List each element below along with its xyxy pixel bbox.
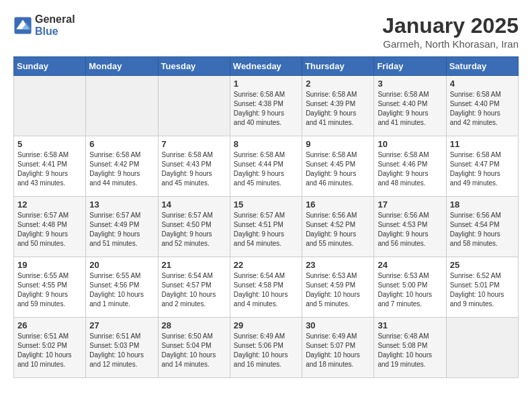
calendar-cell: 7Sunrise: 6:58 AM Sunset: 4:43 PM Daylig… xyxy=(158,136,230,197)
day-number: 13 xyxy=(89,199,154,210)
day-number: 11 xyxy=(450,139,515,149)
header-cell-saturday: Saturday xyxy=(446,57,518,76)
calendar-cell: 24Sunrise: 6:53 AM Sunset: 5:00 PM Dayli… xyxy=(374,257,446,318)
calendar-cell: 12Sunrise: 6:57 AM Sunset: 4:48 PM Dayli… xyxy=(14,197,86,257)
day-number: 8 xyxy=(234,139,298,149)
day-info: Sunrise: 6:56 AM Sunset: 4:54 PM Dayligh… xyxy=(450,211,515,248)
header-cell-friday: Friday xyxy=(374,57,446,76)
logo-text: General Blue xyxy=(35,13,75,38)
calendar-cell: 9Sunrise: 6:58 AM Sunset: 4:45 PM Daylig… xyxy=(302,136,374,197)
calendar-cell xyxy=(86,76,158,136)
logo: General Blue xyxy=(13,13,75,38)
day-number: 24 xyxy=(378,260,442,270)
day-info: Sunrise: 6:57 AM Sunset: 4:50 PM Dayligh… xyxy=(162,211,226,248)
day-number: 14 xyxy=(162,199,226,210)
calendar-cell: 22Sunrise: 6:54 AM Sunset: 4:58 PM Dayli… xyxy=(230,257,302,318)
day-number: 18 xyxy=(450,199,515,210)
calendar-cell: 3Sunrise: 6:58 AM Sunset: 4:40 PM Daylig… xyxy=(374,76,446,136)
calendar-cell xyxy=(446,318,518,378)
day-number: 1 xyxy=(234,79,298,89)
day-info: Sunrise: 6:58 AM Sunset: 4:39 PM Dayligh… xyxy=(306,90,370,128)
calendar-header-row: SundayMondayTuesdayWednesdayThursdayFrid… xyxy=(14,57,519,76)
day-info: Sunrise: 6:58 AM Sunset: 4:38 PM Dayligh… xyxy=(234,90,298,128)
calendar-cell: 30Sunrise: 6:49 AM Sunset: 5:07 PM Dayli… xyxy=(302,318,374,378)
calendar-cell: 13Sunrise: 6:57 AM Sunset: 4:49 PM Dayli… xyxy=(86,197,158,257)
calendar-cell: 26Sunrise: 6:51 AM Sunset: 5:02 PM Dayli… xyxy=(14,318,86,378)
day-number: 21 xyxy=(162,260,226,270)
day-info: Sunrise: 6:58 AM Sunset: 4:42 PM Dayligh… xyxy=(89,150,154,188)
header-cell-thursday: Thursday xyxy=(302,57,374,76)
calendar-cell: 10Sunrise: 6:58 AM Sunset: 4:46 PM Dayli… xyxy=(374,136,446,197)
day-info: Sunrise: 6:58 AM Sunset: 4:41 PM Dayligh… xyxy=(17,150,82,188)
calendar-cell: 17Sunrise: 6:56 AM Sunset: 4:53 PM Dayli… xyxy=(374,197,446,257)
day-number: 20 xyxy=(89,260,154,270)
day-info: Sunrise: 6:53 AM Sunset: 4:59 PM Dayligh… xyxy=(306,271,370,309)
calendar-week-row: 26Sunrise: 6:51 AM Sunset: 5:02 PM Dayli… xyxy=(14,318,519,378)
day-info: Sunrise: 6:51 AM Sunset: 5:03 PM Dayligh… xyxy=(89,332,154,369)
day-info: Sunrise: 6:57 AM Sunset: 4:49 PM Dayligh… xyxy=(89,211,154,248)
logo-icon xyxy=(13,16,32,35)
calendar-cell xyxy=(14,76,86,136)
header-cell-tuesday: Tuesday xyxy=(158,57,230,76)
calendar-title: January 2025 xyxy=(382,13,519,38)
day-info: Sunrise: 6:51 AM Sunset: 5:02 PM Dayligh… xyxy=(17,332,82,369)
calendar-cell: 19Sunrise: 6:55 AM Sunset: 4:55 PM Dayli… xyxy=(14,257,86,318)
calendar-table: SundayMondayTuesdayWednesdayThursdayFrid… xyxy=(13,56,519,378)
day-number: 7 xyxy=(162,139,226,149)
calendar-week-row: 12Sunrise: 6:57 AM Sunset: 4:48 PM Dayli… xyxy=(14,197,519,257)
day-number: 22 xyxy=(234,260,298,270)
day-number: 26 xyxy=(17,320,82,330)
calendar-cell: 31Sunrise: 6:48 AM Sunset: 5:08 PM Dayli… xyxy=(374,318,446,378)
calendar-cell: 11Sunrise: 6:58 AM Sunset: 4:47 PM Dayli… xyxy=(446,136,518,197)
day-info: Sunrise: 6:49 AM Sunset: 5:06 PM Dayligh… xyxy=(234,332,298,369)
calendar-cell: 21Sunrise: 6:54 AM Sunset: 4:57 PM Dayli… xyxy=(158,257,230,318)
day-info: Sunrise: 6:53 AM Sunset: 5:00 PM Dayligh… xyxy=(378,271,442,309)
day-info: Sunrise: 6:58 AM Sunset: 4:45 PM Dayligh… xyxy=(306,150,370,188)
day-info: Sunrise: 6:54 AM Sunset: 4:57 PM Dayligh… xyxy=(162,271,226,309)
day-info: Sunrise: 6:58 AM Sunset: 4:46 PM Dayligh… xyxy=(378,150,442,188)
day-number: 29 xyxy=(234,320,298,330)
day-info: Sunrise: 6:50 AM Sunset: 5:04 PM Dayligh… xyxy=(162,332,226,369)
calendar-week-row: 19Sunrise: 6:55 AM Sunset: 4:55 PM Dayli… xyxy=(14,257,519,318)
day-number: 4 xyxy=(450,79,515,89)
day-info: Sunrise: 6:49 AM Sunset: 5:07 PM Dayligh… xyxy=(306,332,370,369)
day-number: 25 xyxy=(450,260,515,270)
day-info: Sunrise: 6:58 AM Sunset: 4:43 PM Dayligh… xyxy=(162,150,226,188)
day-info: Sunrise: 6:58 AM Sunset: 4:40 PM Dayligh… xyxy=(450,90,515,128)
header-cell-monday: Monday xyxy=(86,57,158,76)
day-info: Sunrise: 6:57 AM Sunset: 4:51 PM Dayligh… xyxy=(234,211,298,248)
day-info: Sunrise: 6:48 AM Sunset: 5:08 PM Dayligh… xyxy=(378,332,442,369)
day-info: Sunrise: 6:54 AM Sunset: 4:58 PM Dayligh… xyxy=(234,271,298,309)
calendar-cell: 14Sunrise: 6:57 AM Sunset: 4:50 PM Dayli… xyxy=(158,197,230,257)
day-number: 15 xyxy=(234,199,298,210)
day-number: 31 xyxy=(378,320,442,330)
header-cell-wednesday: Wednesday xyxy=(230,57,302,76)
day-info: Sunrise: 6:56 AM Sunset: 4:53 PM Dayligh… xyxy=(378,211,442,248)
calendar-cell: 2Sunrise: 6:58 AM Sunset: 4:39 PM Daylig… xyxy=(302,76,374,136)
day-number: 6 xyxy=(89,139,154,149)
day-info: Sunrise: 6:56 AM Sunset: 4:52 PM Dayligh… xyxy=(306,211,370,248)
page-header: General Blue January 2025 Garmeh, North … xyxy=(13,13,519,50)
calendar-cell: 25Sunrise: 6:52 AM Sunset: 5:01 PM Dayli… xyxy=(446,257,518,318)
title-block: January 2025 Garmeh, North Khorasan, Ira… xyxy=(382,13,519,50)
day-number: 2 xyxy=(306,79,370,89)
day-info: Sunrise: 6:58 AM Sunset: 4:40 PM Dayligh… xyxy=(378,90,442,128)
day-number: 30 xyxy=(306,320,370,330)
day-info: Sunrise: 6:55 AM Sunset: 4:55 PM Dayligh… xyxy=(17,271,82,309)
day-number: 19 xyxy=(17,260,82,270)
day-number: 9 xyxy=(306,139,370,149)
calendar-cell: 29Sunrise: 6:49 AM Sunset: 5:06 PM Dayli… xyxy=(230,318,302,378)
calendar-cell: 18Sunrise: 6:56 AM Sunset: 4:54 PM Dayli… xyxy=(446,197,518,257)
calendar-body: 1Sunrise: 6:58 AM Sunset: 4:38 PM Daylig… xyxy=(14,76,519,378)
day-info: Sunrise: 6:52 AM Sunset: 5:01 PM Dayligh… xyxy=(450,271,515,309)
day-number: 16 xyxy=(306,199,370,210)
calendar-cell: 1Sunrise: 6:58 AM Sunset: 4:38 PM Daylig… xyxy=(230,76,302,136)
calendar-cell: 4Sunrise: 6:58 AM Sunset: 4:40 PM Daylig… xyxy=(446,76,518,136)
day-info: Sunrise: 6:57 AM Sunset: 4:48 PM Dayligh… xyxy=(17,211,82,248)
day-number: 5 xyxy=(17,139,82,149)
day-number: 23 xyxy=(306,260,370,270)
day-info: Sunrise: 6:55 AM Sunset: 4:56 PM Dayligh… xyxy=(89,271,154,309)
day-number: 28 xyxy=(162,320,226,330)
header-cell-sunday: Sunday xyxy=(14,57,86,76)
calendar-cell: 28Sunrise: 6:50 AM Sunset: 5:04 PM Dayli… xyxy=(158,318,230,378)
